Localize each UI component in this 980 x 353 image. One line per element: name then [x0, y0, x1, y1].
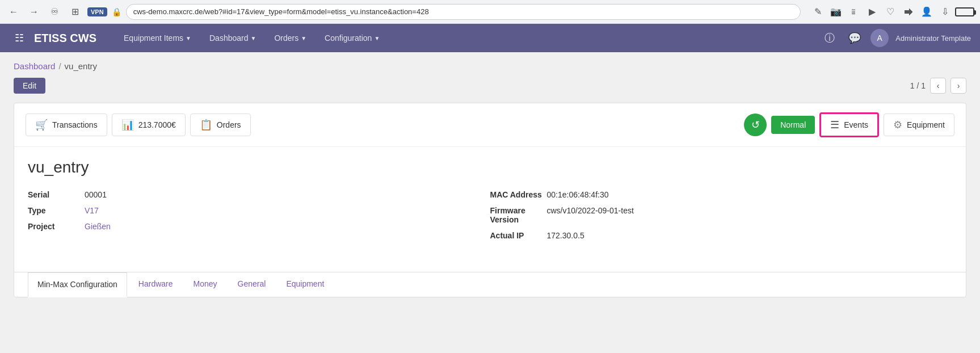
mac-address-value: 00:1e:06:48:4f:30 [547, 190, 609, 199]
field-project: Project Gießen [28, 222, 468, 231]
record-title: vu_entry [28, 158, 952, 176]
pagination-text: 1 / 1 [910, 81, 926, 90]
chat-icon[interactable]: 💬 [846, 29, 864, 47]
breadcrumb: Dashboard / vu_entry [14, 61, 966, 71]
type-value[interactable]: V17 [85, 206, 99, 215]
nav-orders[interactable]: Orders ▼ [265, 24, 316, 52]
tab-min-max-configuration[interactable]: Min-Max Configuration [28, 272, 127, 297]
project-label: Project [28, 222, 85, 231]
download-icon[interactable]: ⇩ [937, 4, 953, 20]
actual-ip-label: Actual IP [490, 231, 547, 240]
avatar[interactable]: A [870, 29, 889, 47]
cart-icon: 🛒 [35, 119, 48, 131]
user-name: Administrator Template [895, 34, 971, 43]
profile-icon[interactable]: 👤 [919, 4, 935, 20]
mac-address-label: MAC Address [490, 190, 547, 199]
orders-icon: 📋 [200, 119, 212, 131]
actual-ip-value: 172.30.0.5 [547, 231, 584, 240]
orders-label: Orders [217, 120, 241, 129]
refresh-icon: ↺ [751, 119, 760, 131]
orders-button[interactable]: 📋 Orders [190, 114, 251, 136]
project-value[interactable]: Gießen [85, 222, 111, 231]
nav-configuration[interactable]: Configuration ▼ [316, 24, 389, 52]
back-button[interactable]: ← [6, 4, 22, 20]
type-label: Type [28, 206, 85, 215]
events-icon: ☰ [830, 119, 839, 131]
gear-icon: ⚙ [893, 119, 902, 131]
pagination: 1 / 1 ‹ › [910, 78, 966, 94]
field-type: Type V17 [28, 206, 468, 215]
breadcrumb-current: vu_entry [65, 61, 98, 71]
url-text: cws-demo.maxcrc.de/web?#id=17&view_type=… [133, 7, 429, 16]
battery-container [955, 4, 974, 20]
normal-button[interactable]: Normal [771, 116, 815, 134]
serial-label: Serial [28, 190, 85, 199]
action-bar-right: ↺ Normal ☰ Events ⚙ Equipment [744, 112, 954, 137]
equipment-action-label: Equipment [907, 120, 945, 129]
lock-icon: 🔒 [112, 7, 121, 16]
tabs-bar: Min-Max Configuration Hardware Money Gen… [14, 272, 966, 297]
serial-value: 00001 [85, 190, 107, 199]
grid-menu-button[interactable]: ☷ [9, 28, 30, 48]
chevron-down-icon: ▼ [374, 35, 380, 41]
amount-button[interactable]: 📊 213.7000€ [112, 114, 186, 136]
tab-money[interactable]: Money [184, 272, 226, 297]
apps-button[interactable]: ⊞ [67, 4, 83, 20]
camera-icon[interactable]: 📷 [828, 4, 844, 20]
next-page-button[interactable]: › [950, 78, 966, 94]
field-actual-ip: Actual IP 172.30.0.5 [490, 231, 930, 240]
tab-general[interactable]: General [229, 272, 275, 297]
equipment-action-button[interactable]: ⚙ Equipment [884, 114, 954, 136]
forward-button[interactable]: → [26, 4, 42, 20]
edit-button[interactable]: Edit [14, 78, 45, 94]
prev-page-button[interactable]: ‹ [930, 78, 946, 94]
chevron-down-icon: ▼ [301, 35, 306, 41]
breadcrumb-separator: / [58, 61, 61, 71]
refresh-button[interactable]: ↺ [744, 114, 767, 136]
bookmark-icon[interactable]: ✎ [810, 4, 826, 20]
fields-left: Serial 00001 Type V17 Project Gießen [28, 190, 490, 247]
extension-icon[interactable]: 🠲 [901, 4, 916, 20]
reload-button[interactable]: ♾ [47, 4, 62, 20]
field-mac-address: MAC Address 00:1e:06:48:4f:30 [490, 190, 930, 199]
address-bar[interactable]: cws-demo.maxcrc.de/web?#id=17&view_type=… [126, 4, 801, 20]
tab-equipment[interactable]: Equipment [277, 272, 333, 297]
tab-hardware[interactable]: Hardware [129, 272, 182, 297]
transactions-button[interactable]: 🛒 Transactions [26, 114, 107, 136]
browser-actions: ✎ 📷 ⩰ ▶ ♡ 🠲 👤 ⇩ [810, 4, 974, 20]
chevron-down-icon: ▼ [186, 35, 191, 41]
nav-menu: Equipment Items ▼ Dashboard ▼ Orders ▼ C… [115, 24, 821, 52]
chart-icon: 📊 [121, 119, 134, 131]
browser-chrome: ← → ♾ ⊞ VPN 🔒 cws-demo.maxcrc.de/web?#id… [0, 0, 980, 24]
play-icon[interactable]: ▶ [864, 4, 880, 20]
help-icon[interactable]: ⓘ [821, 29, 839, 47]
nav-right: ⓘ 💬 A Administrator Template [821, 29, 971, 47]
main-card: 🛒 Transactions 📊 213.7000€ 📋 Orders ↺ No… [14, 103, 966, 297]
action-bar: 🛒 Transactions 📊 213.7000€ 📋 Orders ↺ No… [14, 103, 966, 147]
nav-equipment-items[interactable]: Equipment Items ▼ [115, 24, 200, 52]
events-label: Events [844, 120, 868, 129]
vpn-badge: VPN [87, 7, 107, 16]
amount-value: 213.7000€ [138, 120, 176, 129]
breadcrumb-dashboard-link[interactable]: Dashboard [14, 61, 55, 71]
app-title: ETISS CWS [34, 32, 96, 45]
page-content: Dashboard / vu_entry Edit 1 / 1 ‹ › 🛒 Tr… [0, 52, 980, 306]
battery-indicator [955, 7, 974, 16]
form-content: vu_entry Serial 00001 Type V17 Project G… [14, 147, 966, 272]
heart-icon[interactable]: ♡ [882, 4, 898, 20]
firmware-label: Firmware Version [490, 206, 547, 224]
app-navbar: ☷ ETISS CWS Equipment Items ▼ Dashboard … [0, 24, 980, 52]
events-button[interactable]: ☰ Events [819, 112, 879, 137]
toolbar: Edit 1 / 1 ‹ › [14, 78, 966, 94]
field-serial: Serial 00001 [28, 190, 468, 199]
field-firmware: Firmware Version cws/v10/2022-09-01-test [490, 206, 930, 224]
fields-grid: Serial 00001 Type V17 Project Gießen [28, 190, 952, 247]
nav-dashboard[interactable]: Dashboard ▼ [200, 24, 265, 52]
fields-right: MAC Address 00:1e:06:48:4f:30 Firmware V… [490, 190, 953, 247]
chevron-down-icon: ▼ [250, 35, 256, 41]
firmware-value: cws/v10/2022-09-01-test [547, 206, 634, 215]
transactions-label: Transactions [52, 120, 98, 129]
close-circle-icon[interactable]: ⩰ [846, 4, 862, 20]
